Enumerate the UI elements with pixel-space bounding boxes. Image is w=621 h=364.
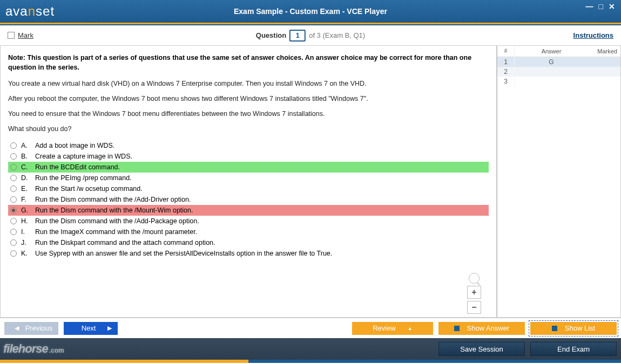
row-answer: G [515, 57, 588, 67]
answer-option[interactable]: E.Run the Start /w ocsetup command. [8, 183, 489, 194]
question-paragraph: After you reboot the computer, the Windo… [8, 95, 489, 102]
option-text: Run the Dism command with the /Mount-Wim… [35, 207, 193, 214]
maximize-icon[interactable]: □ [597, 2, 605, 11]
col-answer: Answer [515, 46, 588, 57]
radio-button[interactable] [10, 186, 17, 192]
footer: ◀ Previous Next ▶ Review ▲ Show Answer S… [0, 318, 621, 363]
chevron-left-icon: ◀ [15, 325, 19, 332]
next-label: Next [82, 324, 96, 332]
question-context: of 3 (Exam B, Q1) [309, 31, 365, 39]
answer-list-panel: # Answer Marked 1G23 [497, 46, 621, 318]
answer-list-row[interactable]: 1G [497, 57, 620, 67]
question-paragraph: You need to ensure that the Windows 7 bo… [8, 110, 489, 118]
option-letter: I. [21, 228, 31, 236]
radio-button[interactable] [10, 239, 17, 246]
row-answer [515, 67, 588, 77]
option-letter: D. [21, 174, 31, 182]
toolbar-primary: ◀ Previous Next ▶ Review ▲ Show Answer S… [0, 318, 621, 338]
answer-option[interactable]: H.Run the Dism command with the /Add-Pac… [8, 216, 489, 226]
minimize-icon[interactable]: — [584, 2, 595, 11]
show-list-button[interactable]: Show List [530, 322, 617, 335]
close-icon[interactable]: ✕ [607, 2, 617, 11]
radio-button[interactable] [10, 164, 17, 170]
window-controls: — □ ✕ [584, 2, 617, 11]
mark-checkbox[interactable] [8, 32, 15, 39]
question-pane: Note: This question is part of a series … [0, 46, 497, 318]
review-button[interactable]: Review ▲ [352, 322, 433, 335]
option-letter: F. [21, 196, 31, 203]
watermark-b: .com [49, 347, 64, 354]
option-text: Run the Dism command with the /Add-Packa… [35, 217, 199, 225]
option-text: Run the BCDEdit command. [35, 163, 120, 171]
zoom-in-button[interactable]: + [467, 286, 481, 299]
answer-option[interactable]: C.Run the BCDEdit command. [8, 162, 489, 173]
answer-list-row[interactable]: 3 [497, 77, 620, 86]
titlebar: avanset Exam Sample - Custom Exam - VCE … [0, 0, 621, 23]
option-text: Run the Dism command with the /Add-Drive… [35, 196, 191, 203]
radio-button[interactable] [10, 153, 17, 160]
col-num: # [497, 46, 515, 57]
logo-part3: set [36, 4, 55, 19]
toolbar-secondary: filehorse.com Save Session End Exam [0, 338, 621, 360]
main-area: Note: This question is part of a series … [0, 46, 621, 318]
chevron-right-icon: ▶ [107, 325, 112, 332]
radio-button[interactable] [10, 207, 17, 214]
option-text: Add a boot image in WDS. [35, 142, 114, 149]
logo: avanset [5, 4, 55, 19]
answer-list-header: # Answer Marked [497, 46, 620, 57]
answer-option[interactable]: J.Run the Diskpart command and the attac… [8, 237, 489, 248]
search-icon[interactable] [469, 273, 480, 284]
question-label: Question [256, 31, 286, 39]
mark-label: Mark [18, 31, 33, 39]
review-label: Review [373, 324, 396, 332]
question-number-input[interactable] [289, 30, 306, 42]
radio-button[interactable] [10, 229, 17, 235]
triangle-up-icon: ▲ [408, 326, 413, 331]
radio-button[interactable] [10, 250, 17, 257]
answer-option[interactable]: D.Run the PEImg /prep command. [8, 173, 489, 183]
answer-option[interactable]: G.Run the Dism command with the /Mount-W… [8, 205, 489, 216]
option-letter: E. [21, 185, 31, 193]
option-text: Use Syprep with an answer file and set t… [35, 250, 332, 257]
show-answer-button[interactable]: Show Answer [438, 322, 525, 335]
col-marked: Marked [588, 46, 620, 57]
row-num: 3 [497, 77, 515, 86]
radio-button[interactable] [10, 142, 17, 149]
answer-list-row[interactable]: 2 [497, 67, 620, 77]
answer-option[interactable]: B.Create a capture image in WDS. [8, 151, 489, 162]
row-marked [588, 77, 620, 86]
row-num: 2 [497, 67, 515, 77]
option-text: Create a capture image in WDS. [35, 153, 132, 160]
option-letter: G. [21, 207, 31, 214]
row-num: 1 [497, 57, 515, 67]
question-paragraph: What should you do? [8, 125, 489, 133]
radio-button[interactable] [10, 218, 17, 224]
row-marked [588, 57, 620, 67]
instructions-link[interactable]: Instructions [573, 31, 613, 39]
watermark-a: filehorse [3, 342, 48, 355]
answer-option[interactable]: A.Add a boot image in WDS. [8, 140, 489, 151]
row-answer [515, 77, 588, 86]
option-text: Run the Diskpart command and the attach … [35, 239, 215, 246]
answer-options: A.Add a boot image in WDS.B.Create a cap… [8, 140, 489, 259]
window-title: Exam Sample - Custom Exam - VCE Player [234, 7, 387, 16]
row-marked [588, 67, 620, 77]
bottom-accent [0, 360, 621, 363]
next-button[interactable]: Next ▶ [64, 322, 118, 335]
option-letter: A. [21, 142, 31, 149]
save-session-button[interactable]: Save Session [438, 342, 525, 356]
square-filled-icon [454, 326, 460, 331]
option-text: Run the Start /w ocsetup command. [35, 185, 143, 193]
previous-button[interactable]: ◀ Previous [4, 322, 58, 335]
mark-checkbox-wrap[interactable]: Mark [8, 31, 33, 39]
radio-button[interactable] [10, 175, 17, 181]
question-note: Note: This question is part of a series … [8, 53, 489, 72]
zoom-out-button[interactable]: − [467, 301, 481, 314]
radio-button[interactable] [10, 196, 17, 203]
answer-option[interactable]: F.Run the Dism command with the /Add-Dri… [8, 194, 489, 205]
question-paragraph: You create a new virtual hard disk (VHD)… [8, 80, 489, 87]
zoom-controls: + − [467, 273, 481, 314]
end-exam-button[interactable]: End Exam [530, 342, 617, 356]
answer-option[interactable]: K.Use Syprep with an answer file and set… [8, 248, 489, 259]
answer-option[interactable]: I.Run the ImageX command with the /mount… [8, 226, 489, 237]
